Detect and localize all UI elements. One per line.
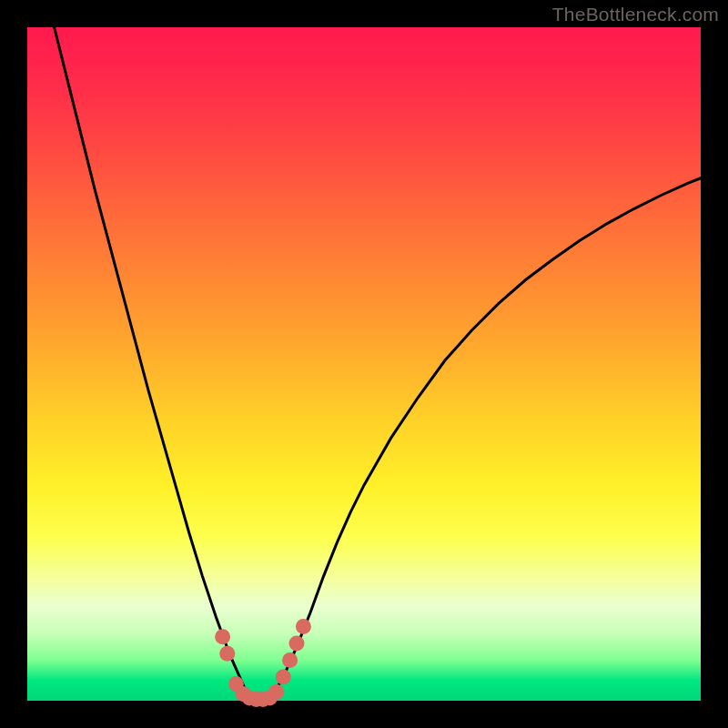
curve-right-branch — [269, 178, 701, 701]
marker-dot — [219, 646, 235, 662]
marker-group — [215, 619, 311, 707]
curve-layer — [27, 27, 701, 701]
marker-dot — [215, 629, 230, 644]
marker-dot — [289, 636, 305, 652]
marker-dot — [268, 684, 284, 700]
marker-dot — [282, 652, 298, 668]
marker-dot — [296, 619, 311, 634]
marker-dot — [276, 670, 291, 685]
watermark-text: TheBottleneck.com — [552, 4, 719, 25]
chart-frame: TheBottleneck.com — [0, 0, 728, 728]
curve-left-branch — [55, 27, 250, 701]
